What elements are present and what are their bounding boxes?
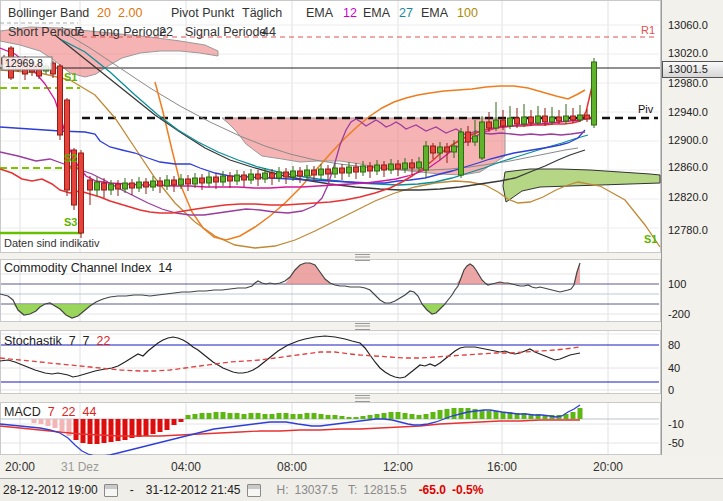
legend-bollinger-dev[interactable]: 2.00: [118, 7, 142, 21]
legend-pivot-mode[interactable]: Täglich: [242, 7, 282, 21]
legend-short-periode-label[interactable]: Short Periode: [8, 26, 84, 40]
candlestick: [515, 118, 520, 124]
candlestick: [200, 178, 205, 183]
macd-histogram-bar: [158, 419, 163, 432]
legend-signal-periode-value[interactable]: 44: [262, 26, 276, 40]
candlestick: [116, 184, 121, 189]
price-tick-label: 12820.0: [668, 191, 708, 203]
legend-pivot-label[interactable]: Pivot Punkt: [171, 7, 234, 21]
macd-histogram-bar: [284, 413, 289, 419]
candlestick: [585, 115, 590, 119]
macd-histogram-bar: [487, 411, 492, 419]
macd-histogram-bar: [53, 419, 58, 428]
macd-histogram-bar: [501, 412, 506, 419]
legend-ema2-label[interactable]: EMA: [363, 7, 390, 21]
trading-chart-window: 12969.8 Bollinger Band 20 2.00 Pivot Pun…: [0, 0, 723, 501]
range-start-date: 28-12-2012 19:00: [3, 483, 98, 497]
macd-histogram-bar: [431, 412, 436, 419]
candlestick: [95, 182, 100, 190]
macd-histogram-bar: [347, 417, 352, 419]
macd-histogram-bar: [39, 419, 44, 424]
candlestick: [564, 116, 569, 121]
panel-splitter-handle[interactable]: [355, 254, 370, 261]
candlestick: [165, 180, 170, 186]
candlestick: [263, 173, 268, 179]
candlestick: [256, 174, 261, 179]
panel-splitter-handle[interactable]: [355, 323, 370, 330]
macd-histogram-bar: [74, 419, 79, 440]
macd-histogram-bar: [312, 413, 317, 419]
low-label: T:: [348, 483, 357, 497]
cci-panel-title[interactable]: Commodity Channel Index 14: [4, 262, 172, 276]
candlestick: [123, 183, 128, 189]
stochastic-k-value: 7: [69, 334, 76, 348]
candlestick: [158, 181, 163, 186]
candlestick: [172, 180, 177, 185]
time-tick-label: 31 Dez: [61, 460, 99, 474]
macd-histogram-bar: [95, 419, 100, 444]
macd-histogram-bar: [340, 416, 345, 419]
legend-ema3-value[interactable]: 100: [457, 7, 478, 21]
candlestick: [389, 164, 394, 170]
calendar-icon[interactable]: [247, 484, 261, 497]
legend-bollinger-label[interactable]: Bollinger Band: [8, 7, 89, 21]
legend-short-periode-value[interactable]: 7: [75, 26, 82, 40]
candlestick: [130, 183, 135, 188]
disclaimer-watermark: Daten sind indikativ: [4, 237, 99, 249]
legend-signal-periode-label[interactable]: Signal Periode: [185, 26, 266, 40]
macd-label: MACD: [4, 405, 41, 419]
price-chart-canvas[interactable]: 12969.8: [0, 0, 661, 455]
macd-histogram-bar: [193, 414, 198, 419]
macd-histogram-bar: [263, 414, 268, 419]
legend-long-periode-value[interactable]: 22: [159, 26, 173, 40]
macd-histogram-bar: [291, 414, 296, 419]
candlestick: [235, 175, 240, 181]
candlestick: [179, 179, 184, 185]
candlestick: [333, 168, 338, 174]
candlestick: [221, 176, 226, 182]
candlestick: [144, 182, 149, 187]
cci-label: Commodity Channel Index: [4, 261, 151, 275]
candlestick: [88, 180, 93, 190]
candlestick: [501, 120, 506, 126]
legend-ema1-label[interactable]: EMA: [306, 7, 333, 21]
legend-long-periode-label[interactable]: Long Periode: [92, 26, 166, 40]
pivot-level-label: Piv: [638, 103, 653, 115]
calendar-icon[interactable]: [104, 484, 118, 497]
stochastic-label: Stochastik: [4, 334, 62, 348]
macd-histogram-bar: [165, 419, 170, 430]
macd-panel-title[interactable]: MACD 7 22 44: [4, 406, 96, 420]
stochastic-smooth-value: 22: [96, 334, 110, 348]
legend-ema1-value[interactable]: 12: [343, 7, 357, 21]
candlestick: [536, 116, 541, 123]
macd-histogram-bar: [578, 408, 583, 419]
price-tick-label: 13060.0: [668, 19, 708, 31]
candlestick: [375, 165, 380, 171]
macd-histogram-bar: [60, 419, 65, 431]
time-axis[interactable]: 20:0031 Dez04:0008:0012:0016:0020:00: [0, 455, 723, 478]
legend-ema2-value[interactable]: 27: [399, 7, 413, 21]
macd-histogram-bar: [277, 413, 282, 419]
stoch-tick-label: 80: [668, 339, 680, 351]
candlestick: [361, 166, 366, 172]
legend-ema3-label[interactable]: EMA: [421, 7, 448, 21]
candlestick: [424, 146, 429, 170]
price-axis[interactable]: 13001.5 13060.013020.012980.012940.01290…: [661, 0, 723, 455]
candlestick: [410, 163, 415, 168]
cci-period-value: 14: [158, 261, 172, 275]
candlestick: [396, 164, 401, 169]
legend-bollinger-period[interactable]: 20: [97, 7, 111, 21]
price-tick-label: 12860.0: [668, 161, 708, 173]
macd-histogram-bar: [354, 417, 359, 419]
candlestick: [79, 153, 84, 233]
candlestick: [578, 115, 583, 120]
time-tick-label: 20:00: [5, 460, 35, 474]
candlestick: [480, 122, 485, 158]
candlestick: [571, 116, 576, 120]
candlestick: [137, 182, 142, 188]
macd-tick-label: -10: [668, 418, 684, 430]
macd-histogram-bar: [319, 414, 324, 419]
panel-splitter-handle[interactable]: [355, 395, 370, 402]
macd-histogram-bar: [116, 419, 121, 441]
stochastic-panel-title[interactable]: Stochastik 7 7 22: [4, 335, 110, 349]
